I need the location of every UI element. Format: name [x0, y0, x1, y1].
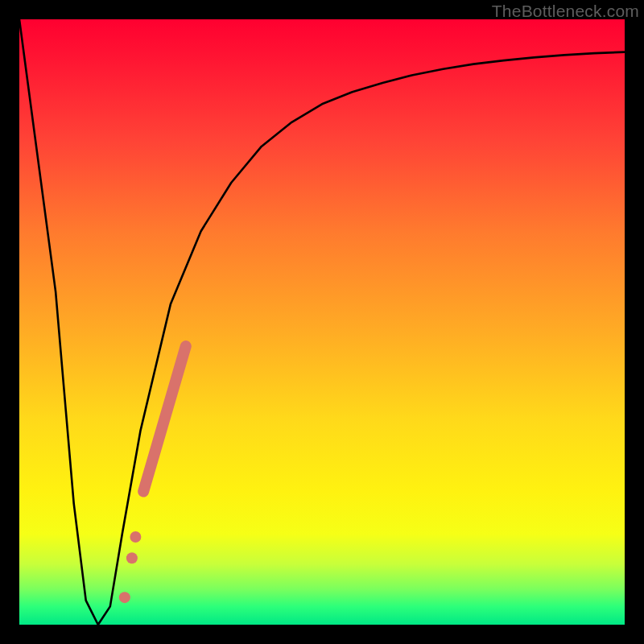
highlight-dot: [126, 552, 138, 564]
watermark-text: TheBottleneck.com: [492, 2, 639, 21]
highlight-dot: [119, 592, 130, 603]
highlight-dot: [130, 531, 141, 543]
bottleneck-curve: [19, 19, 625, 625]
plot-area: [19, 19, 625, 625]
chart-frame: TheBottleneck.com: [0, 0, 644, 644]
highlight-segment: [143, 346, 186, 491]
chart-svg: [19, 19, 625, 625]
